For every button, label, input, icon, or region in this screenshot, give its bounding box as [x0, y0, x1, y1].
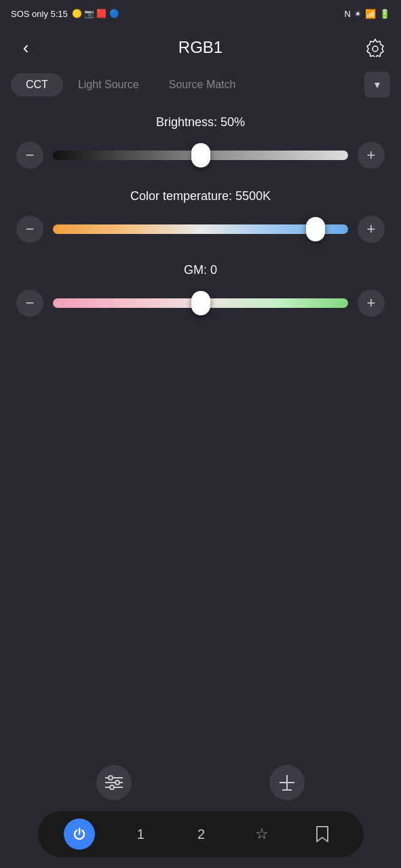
add-icon [278, 774, 296, 791]
gm-track [53, 298, 348, 308]
bookmark-icon [315, 825, 330, 843]
color-temp-track-wrap[interactable] [53, 216, 348, 243]
color-temp-minus[interactable]: − [16, 216, 43, 243]
color-temp-row: − + [16, 216, 385, 243]
gm-thumb[interactable] [191, 291, 210, 315]
status-text: SOS only 5:15 [11, 9, 68, 19]
gm-track-wrap[interactable] [53, 290, 348, 317]
brightness-plus[interactable]: + [358, 142, 385, 169]
nav-1-label: 1 [137, 827, 145, 842]
gear-icon [366, 38, 385, 57]
sliders-action-button[interactable] [96, 765, 132, 800]
svg-point-1 [373, 46, 378, 52]
color-temp-thumb[interactable] [306, 217, 325, 241]
brightness-label: Brightness: 50% [16, 115, 385, 130]
status-left: SOS only 5:15 🟡 📷 🟥 🔵 [11, 9, 119, 19]
nav-item-bookmark[interactable] [307, 819, 337, 849]
gm-row: − + [16, 290, 385, 317]
nfc-icon: N [345, 9, 351, 19]
svg-marker-0 [367, 39, 383, 57]
tab-cct[interactable]: CCT [11, 73, 63, 96]
header: ‹ RGB1 [0, 27, 401, 68]
color-temp-plus[interactable]: + [358, 216, 385, 243]
battery-icon: 🔋 [379, 9, 390, 19]
brightness-thumb[interactable] [191, 143, 210, 167]
gm-label: GM: 0 [16, 263, 385, 277]
brightness-row: − + [16, 142, 385, 169]
color-temp-track [53, 224, 348, 234]
bottom-actions [0, 758, 401, 807]
brightness-minus[interactable]: − [16, 142, 43, 169]
svg-point-7 [110, 785, 114, 789]
signal-icon: 📶 [365, 9, 376, 19]
nav-2-label: 2 [197, 827, 205, 842]
status-right: N ✴ 📶 🔋 [345, 9, 390, 19]
brightness-track [53, 151, 348, 160]
back-button[interactable]: ‹ [14, 37, 38, 58]
svg-point-3 [109, 776, 113, 780]
sliders-icon [105, 775, 123, 790]
power-icon [72, 827, 87, 842]
gm-section: GM: 0 − + [16, 263, 385, 317]
color-temp-label: Color temperature: 5500K [16, 189, 385, 203]
tab-dropdown[interactable]: ▼ [364, 72, 390, 98]
nav-item-2[interactable]: 2 [186, 819, 216, 849]
star-icon: ☆ [255, 825, 269, 843]
page-title: RGB1 [178, 38, 223, 57]
add-action-button[interactable] [269, 765, 305, 800]
bluetooth-icon: ✴ [354, 9, 362, 19]
bottom-nav: 1 2 ☆ [38, 811, 364, 857]
settings-button[interactable] [363, 35, 387, 60]
svg-point-5 [115, 781, 119, 785]
brightness-track-wrap[interactable] [53, 142, 348, 169]
status-bar: SOS only 5:15 🟡 📷 🟥 🔵 N ✴ 📶 🔋 [0, 0, 401, 27]
nav-item-1[interactable]: 1 [126, 819, 155, 849]
gm-minus[interactable]: − [16, 290, 43, 317]
tab-light-source[interactable]: Light Source [63, 73, 154, 96]
tab-bar: CCT Light Source Source Match ▼ [0, 68, 401, 102]
gm-plus[interactable]: + [358, 290, 385, 317]
tab-source-match[interactable]: Source Match [154, 73, 251, 96]
brightness-section: Brightness: 50% − + [16, 115, 385, 169]
nav-item-star[interactable]: ☆ [247, 819, 277, 849]
color-temp-section: Color temperature: 5500K − + [16, 189, 385, 243]
power-button[interactable] [64, 818, 95, 850]
notif-icons: 🟡 📷 🟥 🔵 [72, 9, 119, 18]
main-content: Brightness: 50% − + Color temperature: 5… [0, 102, 401, 351]
